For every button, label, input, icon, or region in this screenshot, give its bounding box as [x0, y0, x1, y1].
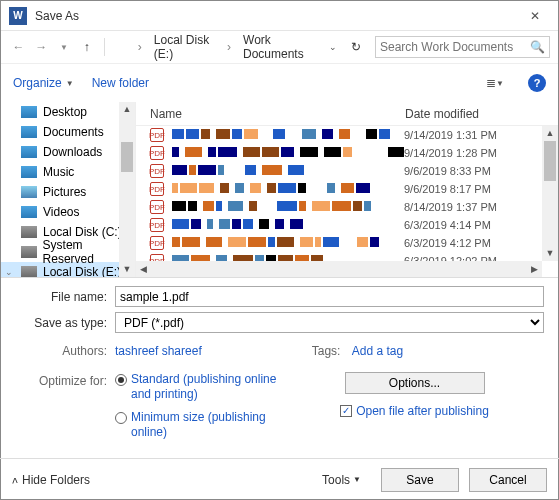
back-button[interactable]: ← — [9, 35, 28, 59]
window-title: Save As — [35, 9, 79, 23]
expand-icon[interactable]: ⌄ — [5, 267, 13, 277]
save-button[interactable]: Save — [381, 468, 459, 492]
file-row[interactable]: PDF8/14/2019 1:37 PM — [136, 198, 558, 216]
file-date: 9/6/2019 8:33 PM — [404, 165, 491, 177]
sidebar-scrollbar[interactable]: ▲▼ — [119, 102, 135, 277]
sidebar-item-system-reserved[interactable]: System Reserved — [1, 242, 135, 262]
sidebar: Desktop Documents Downloads Music Pictur… — [1, 102, 136, 277]
pdf-icon: PDF — [150, 146, 164, 160]
file-date: 9/14/2019 1:31 PM — [404, 129, 497, 141]
search-input[interactable] — [380, 40, 530, 54]
file-row[interactable]: PDF6/3/2019 4:12 PM — [136, 234, 558, 252]
disk-icon — [113, 35, 132, 59]
filename-input[interactable] — [115, 286, 544, 307]
breadcrumb-2[interactable]: Work Documents — [237, 31, 321, 63]
sidebar-item-videos[interactable]: Videos — [1, 202, 135, 222]
horizontal-scrollbar[interactable]: ◀▶ — [136, 261, 542, 277]
pdf-icon: PDF — [150, 218, 164, 232]
recent-dropdown[interactable]: ▼ — [55, 35, 74, 59]
view-mode-button[interactable]: ≣ ▼ — [480, 72, 510, 94]
file-row[interactable]: PDF6/3/2019 4:14 PM — [136, 216, 558, 234]
tags-value[interactable]: Add a tag — [352, 344, 403, 358]
file-list: Name Date modified PDF9/14/2019 1:31 PMP… — [136, 102, 558, 277]
type-select[interactable]: PDF (*.pdf) — [115, 312, 544, 333]
path-dropdown[interactable]: ⌄ — [325, 42, 341, 52]
breadcrumb-1[interactable]: Local Disk (E:) — [148, 31, 221, 63]
file-date: 9/14/2019 1:28 PM — [404, 147, 497, 159]
sidebar-item-documents[interactable]: Documents — [1, 122, 135, 142]
authors-value[interactable]: tashreef shareef — [115, 344, 202, 358]
open-after-label[interactable]: Open file after publishing — [356, 404, 489, 418]
form-area: File name: Save as type: PDF (*.pdf) Aut… — [1, 277, 558, 448]
radio-minimum[interactable]: Minimum size (publishing online) — [115, 410, 285, 440]
file-name — [172, 183, 404, 195]
forward-button: → — [32, 35, 51, 59]
toolbar: Organize▼ New folder ≣ ▼ ? — [1, 64, 558, 102]
pdf-icon: PDF — [150, 128, 164, 142]
options-button[interactable]: Options... — [345, 372, 485, 394]
pdf-icon: PDF — [150, 182, 164, 196]
tools-button[interactable]: Tools▼ — [322, 473, 361, 487]
file-row[interactable]: PDF9/14/2019 1:28 PM — [136, 144, 558, 162]
tags-label: Tags: — [312, 344, 352, 358]
sidebar-item-downloads[interactable]: Downloads — [1, 142, 135, 162]
file-date: 6/3/2019 4:12 PM — [404, 237, 491, 249]
new-folder-button[interactable]: New folder — [92, 76, 149, 90]
word-icon: W — [9, 7, 27, 25]
sidebar-item-pictures[interactable]: Pictures — [1, 182, 135, 202]
file-date: 6/3/2019 4:14 PM — [404, 219, 491, 231]
titlebar: W Save As ✕ — [1, 1, 558, 31]
organize-button[interactable]: Organize▼ — [13, 76, 74, 90]
file-name — [172, 237, 404, 249]
search-box[interactable]: 🔍 — [375, 36, 550, 58]
file-name — [172, 165, 404, 177]
file-date: 9/6/2019 8:17 PM — [404, 183, 491, 195]
pdf-icon: PDF — [150, 200, 164, 214]
chevron-up-icon: ʌ — [12, 474, 18, 485]
pdf-icon: PDF — [150, 164, 164, 178]
footer: ʌHide Folders Tools▼ Save Cancel — [0, 458, 559, 500]
file-row[interactable]: PDF9/6/2019 8:17 PM — [136, 180, 558, 198]
pdf-icon: PDF — [150, 236, 164, 250]
hide-folders-button[interactable]: ʌHide Folders — [12, 473, 90, 487]
search-icon[interactable]: 🔍 — [530, 40, 545, 54]
optimize-label: Optimize for: — [15, 372, 115, 448]
up-button[interactable]: ↑ — [77, 35, 96, 59]
file-name — [172, 147, 404, 159]
radio-standard[interactable]: Standard (publishing online and printing… — [115, 372, 285, 402]
nav-bar: ← → ▼ ↑ › Local Disk (E:) › Work Documen… — [1, 31, 558, 64]
file-name — [172, 201, 404, 213]
sidebar-item-music[interactable]: Music — [1, 162, 135, 182]
file-name — [172, 219, 404, 231]
filename-label: File name: — [15, 290, 115, 304]
refresh-button[interactable]: ↻ — [345, 40, 367, 54]
file-row[interactable]: PDF9/14/2019 1:31 PM — [136, 126, 558, 144]
cancel-button[interactable]: Cancel — [469, 468, 547, 492]
vertical-scrollbar[interactable]: ▲▼ — [542, 126, 558, 261]
file-row[interactable]: PDF9/6/2019 8:33 PM — [136, 162, 558, 180]
chevron-icon[interactable]: › — [225, 40, 233, 54]
close-button[interactable]: ✕ — [520, 1, 550, 31]
authors-label: Authors: — [15, 344, 115, 358]
col-name[interactable]: Name — [150, 107, 405, 121]
file-name — [172, 129, 404, 141]
col-date[interactable]: Date modified — [405, 107, 558, 121]
column-headers[interactable]: Name Date modified — [136, 102, 558, 126]
sidebar-item-disk-e[interactable]: ⌄Local Disk (E:) — [1, 262, 135, 277]
open-after-checkbox[interactable]: ✓ — [340, 405, 352, 417]
chevron-icon[interactable]: › — [136, 40, 144, 54]
file-date: 8/14/2019 1:37 PM — [404, 201, 497, 213]
type-label: Save as type: — [15, 316, 115, 330]
sidebar-item-desktop[interactable]: Desktop — [1, 102, 135, 122]
help-button[interactable]: ? — [528, 74, 546, 92]
